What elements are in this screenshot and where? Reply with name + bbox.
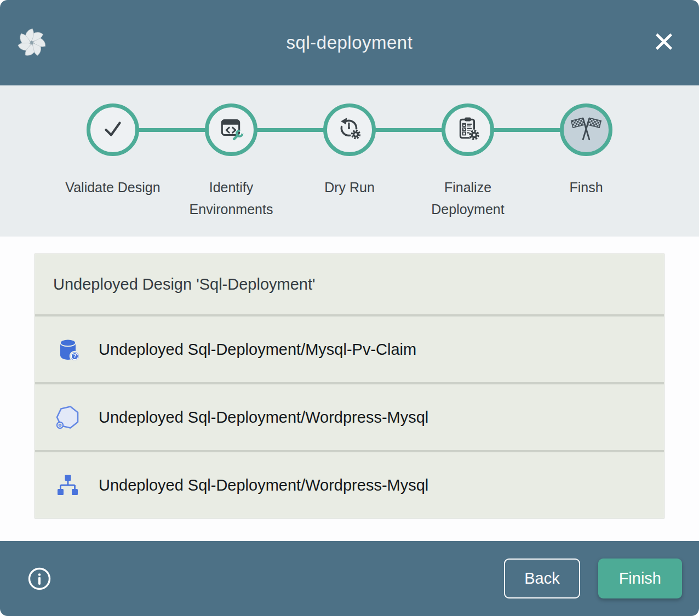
database-question-icon: ? [55, 336, 81, 362]
finish-button[interactable]: Finish [598, 559, 682, 598]
info-icon[interactable] [27, 567, 51, 591]
list-item-text: Undeployed Sql-Deployment/Mysql-Pv-Claim [99, 341, 416, 359]
wizard-stepper: Validate Design [0, 85, 699, 237]
step-circle-dry-run[interactable] [323, 103, 376, 156]
list-item-text: Undeployed Sql-Deployment/Wordpress-Mysq… [99, 408, 428, 427]
modal-header: sql-deployment [0, 0, 699, 85]
step-label: Finsh [569, 176, 603, 198]
step-finalize-deployment: Finalize Deployment [409, 103, 527, 220]
step-circle-validate-design[interactable] [87, 103, 139, 156]
pod-heptagon-icon [55, 404, 81, 430]
finalize-checklist-icon [455, 116, 480, 143]
undeployed-resources-panel: Undeployed Design 'Sql-Deployment' ? Und… [35, 254, 664, 519]
topology-tree-icon [55, 472, 81, 498]
check-icon [100, 116, 125, 143]
pinwheel-logo-icon [18, 28, 46, 57]
wizard-body: Undeployed Design 'Sql-Deployment' ? Und… [0, 237, 699, 541]
step-label: Identify Environments [172, 176, 290, 220]
step-validate-design: Validate Design [54, 103, 172, 220]
step-circle-finsh[interactable] [560, 103, 612, 156]
close-icon[interactable] [652, 30, 676, 54]
finish-flags-icon [570, 113, 602, 147]
modal-title: sql-deployment [287, 32, 413, 53]
deployment-wizard-modal: sql-deployment Validate Design [0, 0, 699, 616]
code-environment-icon [219, 116, 244, 143]
step-finsh: Finsh [527, 103, 645, 220]
dry-run-icon [337, 116, 362, 143]
list-item: Undeployed Sql-Deployment/Wordpress-Mysq… [35, 452, 664, 518]
step-identify-environments: Identify Environments [172, 103, 290, 220]
modal-footer: Back Finish [0, 541, 699, 616]
step-label: Validate Design [65, 176, 160, 198]
panel-header-text: Undeployed Design 'Sql-Deployment' [53, 275, 316, 293]
step-circle-identify-environments[interactable] [205, 103, 257, 156]
list-item: Undeployed Sql-Deployment/Wordpress-Mysq… [35, 384, 664, 450]
svg-text:?: ? [73, 353, 76, 359]
list-item-text: Undeployed Sql-Deployment/Wordpress-Mysq… [99, 476, 428, 494]
step-dry-run: Dry Run [290, 103, 409, 220]
panel-header-row: Undeployed Design 'Sql-Deployment' [35, 254, 664, 314]
step-circle-finalize-deployment[interactable] [442, 103, 494, 156]
back-button[interactable]: Back [504, 559, 580, 598]
step-label: Finalize Deployment [409, 176, 527, 220]
list-item: ? Undeployed Sql-Deployment/Mysql-Pv-Cla… [35, 316, 664, 382]
step-label: Dry Run [324, 176, 375, 198]
